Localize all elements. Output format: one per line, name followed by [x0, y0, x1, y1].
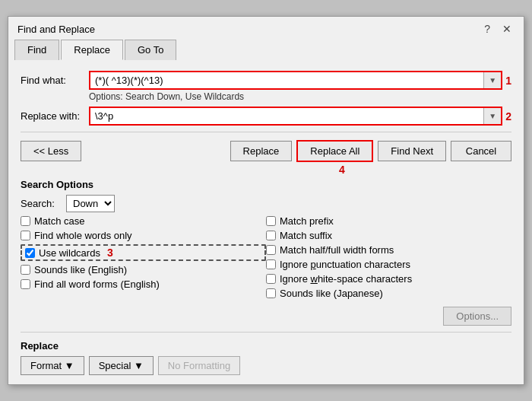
tab-goto[interactable]: Go To [125, 40, 176, 60]
find-whole-words-checkbox[interactable] [21, 231, 30, 240]
match-case-label: Match case [34, 215, 84, 227]
title-bar-buttons: ? ✕ [481, 23, 515, 35]
less-button[interactable]: << Less [21, 141, 81, 161]
find-badge: 1 [505, 75, 511, 87]
close-button[interactable]: ✕ [499, 23, 515, 35]
replace-button[interactable]: Replace [230, 141, 293, 161]
find-next-button[interactable]: Find Next [378, 141, 446, 161]
find-whole-words-row: Find whole words only [21, 230, 266, 241]
find-what-input-wrapper: ▼ [89, 71, 502, 90]
find-what-dropdown[interactable]: ▼ [483, 72, 501, 88]
ignore-punctuation-label: Ignore punctuation characters [280, 259, 410, 270]
sounds-like-japanese-row: Sounds like (Japanese) [266, 288, 511, 299]
options-line: Options: Search Down, Use Wildcards [89, 91, 511, 102]
replace-with-row: Replace with: ▼ 2 [21, 107, 511, 126]
checkboxes-right: Match prefix Match suffix Match half/ful… [266, 215, 511, 326]
find-what-row: Find what: ▼ 1 [21, 71, 511, 90]
ignore-punctuation-checkbox[interactable] [266, 259, 276, 269]
help-button[interactable]: ? [481, 23, 493, 35]
tab-find[interactable]: Find [14, 40, 59, 60]
find-what-input[interactable] [90, 72, 483, 88]
cancel-button[interactable]: Cancel [451, 141, 511, 161]
format-button[interactable]: Format ▼ [21, 356, 84, 375]
find-what-label: Find what: [21, 75, 89, 86]
options-button[interactable]: Options... [443, 307, 511, 326]
match-half-full-row: Match half/full width forms [266, 244, 511, 256]
match-suffix-label: Match suffix [280, 230, 332, 241]
format-buttons-row: Format ▼ Special ▼ No Formatting [21, 356, 511, 375]
action-buttons-row: << Less Replace Replace All Find Next Ca… [21, 140, 511, 162]
separator-1 [21, 132, 511, 132]
replace-with-label: Replace with: [21, 110, 89, 122]
checkbox-columns: Match case Find whole words only Use wil… [21, 215, 511, 326]
replace-with-dropdown[interactable]: ▼ [483, 108, 501, 124]
use-wildcards-label: Use wildcards [39, 247, 100, 259]
ignore-whitespace-row: Ignore white-space characters [266, 273, 511, 285]
checkboxes-left: Match case Find whole words only Use wil… [21, 215, 266, 326]
match-prefix-label: Match prefix [280, 215, 334, 227]
match-half-full-checkbox[interactable] [266, 245, 276, 255]
match-prefix-checkbox[interactable] [266, 216, 276, 226]
find-replace-dialog: Find and Replace ? ✕ Find Replace Go To … [8, 16, 524, 385]
replace-with-input-wrapper: ▼ [89, 107, 502, 126]
match-suffix-row: Match suffix [266, 230, 511, 241]
find-all-forms-checkbox[interactable] [21, 279, 30, 289]
search-options-heading: Search Options [21, 179, 511, 190]
sounds-like-english-label: Sounds like (English) [34, 264, 127, 275]
replace-badge: 2 [505, 110, 511, 123]
no-formatting-button[interactable]: No Formatting [158, 356, 240, 375]
replace-with-input[interactable] [90, 108, 483, 124]
sounds-like-english-checkbox[interactable] [21, 265, 30, 275]
search-select[interactable]: Down Up All [66, 195, 115, 212]
match-prefix-row: Match prefix [266, 215, 511, 227]
match-case-row: Match case [21, 215, 266, 227]
find-whole-words-label: Find whole words only [34, 230, 132, 241]
tab-replace[interactable]: Replace [61, 40, 123, 60]
replace-all-button[interactable]: Replace All [296, 140, 373, 162]
match-case-checkbox[interactable] [21, 216, 30, 226]
sounds-like-japanese-checkbox[interactable] [266, 288, 276, 298]
search-label: Search: [21, 198, 66, 209]
match-suffix-checkbox[interactable] [266, 231, 276, 240]
special-button[interactable]: Special ▼ [89, 356, 154, 375]
ignore-punctuation-row: Ignore punctuation characters [266, 259, 511, 270]
dialog-title: Find and Replace [17, 24, 95, 35]
tabs-bar: Find Replace Go To [8, 40, 524, 60]
use-wildcards-checkbox[interactable] [25, 248, 35, 258]
match-half-full-label: Match half/full width forms [280, 244, 394, 256]
use-wildcards-row: Use wildcards 3 [21, 244, 266, 261]
dialog-body: Find what: ▼ 1 Options: Search Down, Use… [8, 60, 524, 384]
sounds-like-japanese-label: Sounds like (Japanese) [280, 288, 383, 299]
wildcards-badge: 3 [107, 247, 113, 259]
ignore-whitespace-checkbox[interactable] [266, 274, 276, 284]
find-all-forms-row: Find all word forms (English) [21, 278, 266, 290]
search-direction-row: Search: Down Up All [21, 195, 511, 212]
sounds-like-english-row: Sounds like (English) [21, 264, 266, 275]
title-bar: Find and Replace ? ✕ [8, 17, 524, 38]
replace-section: Replace Format ▼ Special ▼ No Formatting [21, 340, 511, 375]
separator-2 [21, 332, 511, 333]
replace-all-badge: 4 [97, 164, 532, 176]
replace-section-label: Replace [21, 340, 511, 352]
find-all-forms-label: Find all word forms (English) [34, 278, 160, 290]
ignore-whitespace-label: Ignore white-space characters [280, 273, 412, 285]
